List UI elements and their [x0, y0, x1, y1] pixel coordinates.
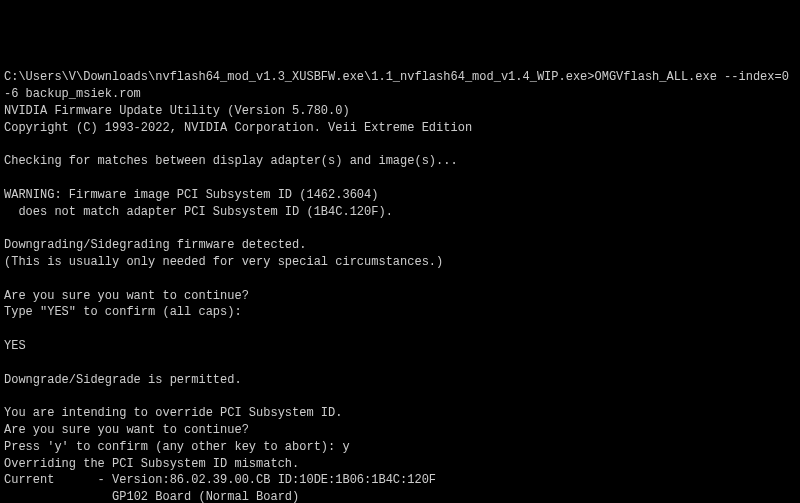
- terminal-line: Overriding the PCI Subsystem ID mismatch…: [4, 456, 796, 473]
- terminal-line: (This is usually only needed for very sp…: [4, 254, 796, 271]
- terminal-line: Checking for matches between display ada…: [4, 153, 796, 170]
- terminal-line: Downgrade/Sidegrade is permitted.: [4, 372, 796, 389]
- terminal-line: NVIDIA Firmware Update Utility (Version …: [4, 103, 796, 120]
- terminal-line: Type "YES" to confirm (all caps):: [4, 304, 796, 321]
- terminal-line: [4, 388, 796, 405]
- terminal-line: C:\Users\V\Downloads\nvflash64_mod_v1.3_…: [4, 69, 796, 103]
- terminal-output: C:\Users\V\Downloads\nvflash64_mod_v1.3_…: [4, 69, 796, 503]
- terminal-line: Copyright (C) 1993-2022, NVIDIA Corporat…: [4, 120, 796, 137]
- terminal-line: YES: [4, 338, 796, 355]
- terminal-line: [4, 136, 796, 153]
- terminal-line: Are you sure you want to continue?: [4, 422, 796, 439]
- terminal-line: Current - Version:86.02.39.00.CB ID:10DE…: [4, 472, 796, 489]
- terminal-line: GP102 Board (Normal Board): [4, 489, 796, 503]
- terminal-line: [4, 220, 796, 237]
- terminal-line: You are intending to override PCI Subsys…: [4, 405, 796, 422]
- terminal-line: Are you sure you want to continue?: [4, 288, 796, 305]
- terminal-line: [4, 170, 796, 187]
- terminal-line: does not match adapter PCI Subsystem ID …: [4, 204, 796, 221]
- terminal-line: [4, 321, 796, 338]
- terminal-line: WARNING: Firmware image PCI Subsystem ID…: [4, 187, 796, 204]
- terminal-line: Press 'y' to confirm (any other key to a…: [4, 439, 796, 456]
- terminal-line: [4, 355, 796, 372]
- terminal-line: Downgrading/Sidegrading firmware detecte…: [4, 237, 796, 254]
- terminal-line: [4, 271, 796, 288]
